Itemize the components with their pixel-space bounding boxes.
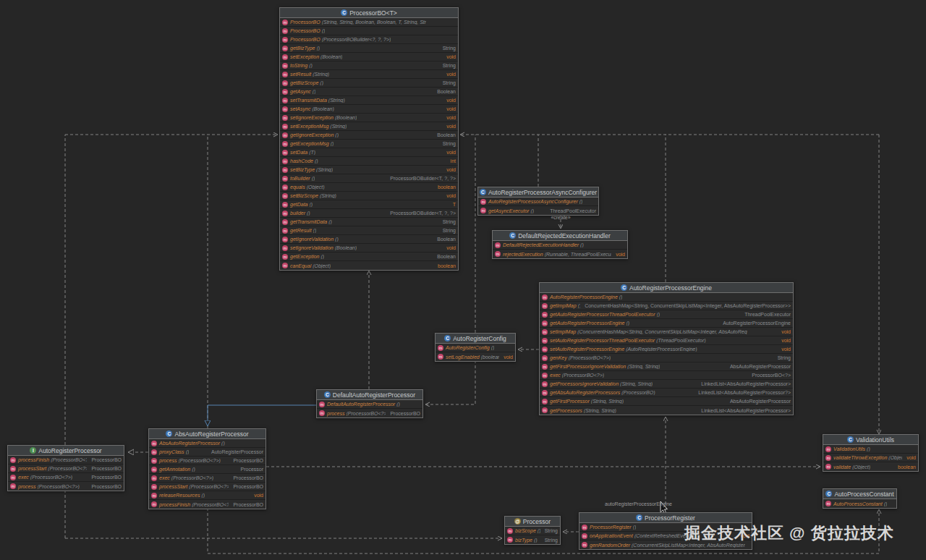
member-row[interactable]: mprocessFinish(ProcessorBO<?>)ProcessorB… <box>149 500 266 509</box>
member-row[interactable]: mtoString()String <box>280 61 458 70</box>
member-row[interactable]: msetResult(String)void <box>280 70 458 79</box>
member-row[interactable]: mgenKey(ProcessorBO<?>)String <box>540 354 793 362</box>
member-row[interactable]: msetData(T)void <box>280 148 458 157</box>
member-params: () <box>309 63 313 68</box>
member-row[interactable]: mgetFirstProcessorIgnoreValidation(Strin… <box>540 362 793 371</box>
member-row[interactable]: mAutoRegisterProcessorAsyncConfigurer() <box>478 198 598 206</box>
member-row[interactable]: mProcessorBO(ProcessorBOBuilder<?, ?, ?>… <box>280 35 458 44</box>
member-row[interactable]: mgetResult()String <box>280 226 458 235</box>
member-row[interactable]: mequals(Object)boolean <box>280 183 458 192</box>
member-row[interactable]: mprocess(ProcessorBO<?>)ProcessorBO <box>8 482 124 491</box>
class-node-auto-register-processor[interactable]: IAutoRegisterProcessormprocessFinish(Pro… <box>7 445 124 491</box>
class-node-processor-annotation[interactable]: @ProcessormbizScope()StringmbizType()Str… <box>504 516 561 545</box>
class-node-auto-register-processor-async-configurer[interactable]: CAutoRegisterProcessorAsyncConfigurermAu… <box>477 187 599 216</box>
method-icon: m <box>542 399 548 404</box>
member-row[interactable]: mValidationUtils() <box>823 445 918 454</box>
member-row[interactable]: msetIgnoreValidation(Boolean)void <box>280 244 458 253</box>
member-row[interactable]: mvalidateThrowException(Object)void <box>823 454 918 462</box>
member-row[interactable]: msetBizScope(String)void <box>280 192 458 200</box>
class-header-processor-annotation[interactable]: @Processor <box>505 517 560 527</box>
member-row[interactable]: mAutoProcessConstant() <box>823 499 896 508</box>
member-row[interactable]: mgetData()T <box>280 200 458 209</box>
member-row[interactable]: msetAutoRegisterProcessorEngine(AutoRegi… <box>540 345 793 354</box>
member-row[interactable]: msetIgnoreException(Boolean)void <box>280 114 458 122</box>
member-row[interactable]: mProcessorBO(String, String, Boolean, Bo… <box>280 18 458 27</box>
class-node-validation-utils[interactable]: CValidationUtilsmValidationUtils()mvalid… <box>823 434 919 472</box>
member-params: () <box>530 208 534 213</box>
member-row[interactable]: mgetImplMap()ConcurrentHashMap<String, C… <box>540 302 793 310</box>
member-row[interactable]: mAutoRegisterProcessorEngine() <box>540 293 793 302</box>
member-row[interactable]: msetAutoRegisterProcessorThreadPoolExecu… <box>540 336 793 345</box>
member-row[interactable]: mprocessStart(ProcessorBO<?>)ProcessorBO <box>149 483 266 491</box>
member-row[interactable]: mcanEqual(Object)boolean <box>280 261 458 270</box>
member-row[interactable]: mgetProcessorsIgnoreValidation(String, S… <box>540 380 793 389</box>
member-row[interactable]: mprocessFinish(ProcessorBO<?>)ProcessorB… <box>8 456 124 464</box>
member-row[interactable]: mbizScope()String <box>505 527 560 535</box>
member-row[interactable]: mbizType()String <box>505 535 560 544</box>
member-row[interactable]: mvalidate(Object)boolean <box>823 462 918 471</box>
member-row[interactable]: mexec(ProcessorBO<?>)ProcessorBO <box>149 474 266 483</box>
class-header-auto-register-processor-async-configurer[interactable]: CAutoRegisterProcessorAsyncConfigurer <box>478 187 598 198</box>
class-header-default-rejected-execution-handler[interactable]: CDefaultRejectedExecutionHandler <box>493 231 627 241</box>
class-header-processor-bo[interactable]: CProcessorBO<T> <box>280 8 458 18</box>
class-header-auto-register-processor[interactable]: IAutoRegisterProcessor <box>8 446 124 456</box>
member-row[interactable]: mprocess(ProcessorBO<?>)ProcessorBO <box>317 409 422 417</box>
member-row[interactable]: mreleaseResources()void <box>149 491 266 500</box>
member-row[interactable]: mrejectedExecution(Runnable, ThreadPoolE… <box>493 250 627 258</box>
member-row[interactable]: msetLogEnabled(boolean)void <box>436 352 515 361</box>
member-row[interactable]: mgetBizType()String <box>280 44 458 53</box>
member-row[interactable]: mbuilder()ProcessorBOBuilder<T, ?, ?> <box>280 209 458 218</box>
member-params: (String) <box>320 193 336 198</box>
member-name: AutoRegisterProcessorAsyncConfigurer <box>488 199 578 204</box>
member-row[interactable]: mgetIgnoreException()Boolean <box>280 131 458 140</box>
method-icon: m <box>319 410 325 416</box>
member-row[interactable]: mgetAbsAutoRegisterProcessors(ProcessorB… <box>540 389 793 397</box>
member-row[interactable]: mAutoRegisterConfig() <box>436 344 515 352</box>
member-row[interactable]: mproxyClass()AutoRegisterProcessor <box>149 448 266 457</box>
member-row[interactable]: mgetAutoRegisterProcessorEngine()AutoReg… <box>540 319 793 328</box>
class-node-auto-process-constant[interactable]: CAutoProcessConstantmAutoProcessConstant… <box>823 488 897 509</box>
member-name: canEqual <box>290 263 311 268</box>
member-row[interactable]: mgetFirstProcessor(String, String)AbsAut… <box>540 397 793 406</box>
member-row[interactable]: mAbsAutoRegisterProcessor() <box>149 439 266 448</box>
member-row[interactable]: msetTransmitData(String)void <box>280 96 458 105</box>
class-node-auto-register-processor-engine[interactable]: CAutoRegisterProcessorEnginemAutoRegiste… <box>539 282 794 415</box>
member-row[interactable]: mgetException()Boolean <box>280 253 458 261</box>
member-row[interactable]: mProcessorBO() <box>280 27 458 35</box>
member-row[interactable]: mgetExceptionMsg()String <box>280 140 458 148</box>
member-row[interactable]: mgetAsync()Boolean <box>280 88 458 96</box>
class-node-processor-bo[interactable]: CProcessorBO<T>mProcessorBO(String, Stri… <box>279 7 459 271</box>
member-row[interactable]: mDefaultRejectedExecutionHandler() <box>493 241 627 250</box>
member-row[interactable]: mgetTransmitData()String <box>280 218 458 226</box>
member-row[interactable]: mgetAnnotation()Processor <box>149 465 266 474</box>
member-row[interactable]: msetExceptionMsg(String)void <box>280 122 458 131</box>
class-node-auto-register-config[interactable]: CAutoRegisterConfigmAutoRegisterConfig()… <box>435 333 516 362</box>
class-header-abs-auto-register-processor[interactable]: CAbsAutoRegisterProcessor <box>149 429 266 439</box>
member-row[interactable]: mexec(ProcessorBO<?>)ProcessorBO<?> <box>540 371 793 380</box>
class-header-default-auto-register-processor[interactable]: CDefaultAutoRegisterProcessor <box>317 390 422 400</box>
member-name: hashCode <box>290 158 313 164</box>
member-row[interactable]: mprocessStart(ProcessorBO<?>)ProcessorBO <box>8 464 124 473</box>
member-row[interactable]: mDefaultAutoRegisterProcessor() <box>317 400 422 409</box>
class-header-auto-process-constant[interactable]: CAutoProcessConstant <box>823 489 896 499</box>
class-node-default-rejected-execution-handler[interactable]: CDefaultRejectedExecutionHandlermDefault… <box>492 230 628 259</box>
member-row[interactable]: mexec(ProcessorBO<?>)ProcessorBO <box>8 473 124 482</box>
member-row[interactable]: mprocess(ProcessorBO<?>)ProcessorBO <box>149 457 266 465</box>
member-row[interactable]: mgetAutoRegisterProcessorThreadPoolExecu… <box>540 310 793 319</box>
member-row[interactable]: mhashCode()int <box>280 157 458 166</box>
member-row[interactable]: msetAsync(Boolean)void <box>280 105 458 114</box>
member-row[interactable]: mgetAsyncExecutor()ThreadPoolExecutor <box>478 206 598 215</box>
member-row[interactable]: msetException(Boolean)void <box>280 53 458 61</box>
class-header-validation-utils[interactable]: CValidationUtils <box>823 435 918 445</box>
class-header-auto-register-config[interactable]: CAutoRegisterConfig <box>436 334 515 344</box>
member-row[interactable]: msetBizType(String)void <box>280 166 458 174</box>
member-row[interactable]: mgetProcessors(String, String)LinkedList… <box>540 406 793 415</box>
class-header-processor-register[interactable]: CProcessorRegister <box>579 513 752 523</box>
class-node-default-auto-register-processor[interactable]: CDefaultAutoRegisterProcessormDefaultAut… <box>316 389 423 418</box>
member-row[interactable]: mgetIgnoreValidation()Boolean <box>280 235 458 244</box>
class-node-abs-auto-register-processor[interactable]: CAbsAutoRegisterProcessormAbsAutoRegiste… <box>148 428 266 509</box>
member-row[interactable]: msetImplMap(ConcurrentHashMap<String, Co… <box>540 328 793 336</box>
member-row[interactable]: mtoBuilder()ProcessorBOBuilder<T, ?, ?> <box>280 174 458 183</box>
class-header-auto-register-processor-engine[interactable]: CAutoRegisterProcessorEngine <box>540 283 793 293</box>
member-row[interactable]: mgetBizScope()String <box>280 79 458 88</box>
